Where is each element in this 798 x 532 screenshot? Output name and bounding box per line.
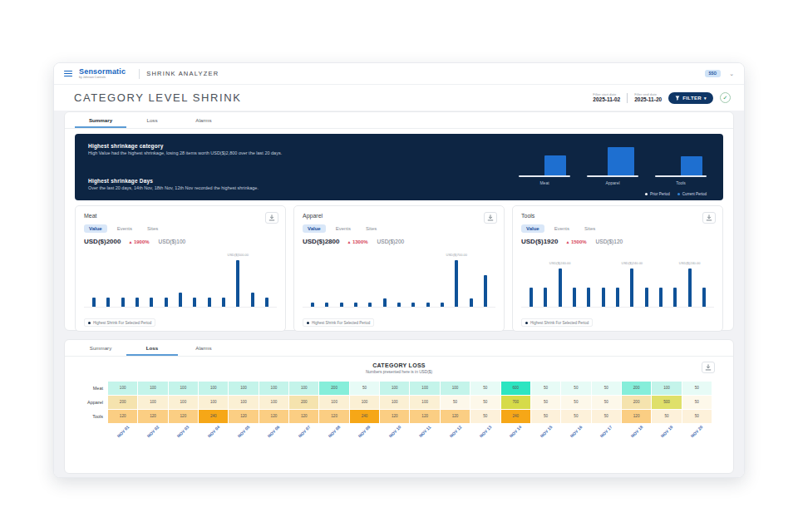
heatmap-cell[interactable]: 50 <box>470 410 500 423</box>
shrink-bar <box>165 298 168 307</box>
heatmap-cell[interactable]: 50 <box>561 410 590 423</box>
heatmap-cell[interactable]: 50 <box>441 396 470 409</box>
heatmap-cell[interactable]: 50 <box>682 396 712 409</box>
card-title: Tools <box>521 213 714 219</box>
heatmap-cell[interactable]: 240 <box>350 410 379 423</box>
heatmap-cell[interactable]: 100 <box>169 396 198 409</box>
heatmap-cell[interactable]: 50 <box>561 382 590 395</box>
legend-label: Highest Shrink For Selected Period <box>312 321 370 325</box>
heatmap-cell[interactable]: 120 <box>622 410 651 423</box>
heatmap-cell[interactable]: 100 <box>289 382 318 395</box>
heatmap-cell[interactable]: 50 <box>470 382 500 395</box>
heatmap-cell[interactable]: 50 <box>531 396 560 409</box>
check-circle-icon[interactable]: ✓ <box>720 92 731 103</box>
highlight-days-body: Over the last 20 days, 14th Nov, 18th No… <box>88 185 446 192</box>
heatmap-cell[interactable]: 100 <box>380 396 409 409</box>
pill-sites[interactable]: Sites <box>579 224 600 233</box>
heatmap-cell[interactable]: 600 <box>501 382 530 395</box>
heatmap-cell[interactable]: 120 <box>138 410 167 423</box>
highlight-category-body: High Value had the highest shrinkage, lo… <box>88 150 446 157</box>
heatmap-cell[interactable]: 120 <box>169 410 198 423</box>
heatmap-cell[interactable]: 100 <box>259 396 288 409</box>
heatmap-cell[interactable]: 50 <box>561 396 590 409</box>
prior-value: USD($)200 <box>377 239 405 244</box>
pill-value[interactable]: Value <box>521 224 544 233</box>
chevron-down-icon[interactable]: ⌄ <box>729 71 734 76</box>
heatmap-cell[interactable]: 50 <box>592 382 621 395</box>
heatmap-cell[interactable]: 200 <box>108 396 137 409</box>
heatmap-cell[interactable]: 200 <box>289 396 318 409</box>
heatmap-cell[interactable]: 50 <box>592 396 621 409</box>
menu-icon[interactable] <box>64 71 72 77</box>
highlight-days-title: Highest shrinkage Days <box>88 178 446 184</box>
pill-sites[interactable]: Sites <box>361 224 382 233</box>
heatmap-cell[interactable]: 200 <box>622 382 651 395</box>
heatmap-cell[interactable]: 100 <box>319 396 348 409</box>
pill-events[interactable]: Events <box>549 224 574 233</box>
heatmap-cell[interactable]: 100 <box>169 382 198 395</box>
heatmap-cell[interactable]: 200 <box>319 382 348 395</box>
pill-sites[interactable]: Sites <box>142 224 163 233</box>
heatmap-cell[interactable]: 100 <box>199 396 228 409</box>
tab-alarms[interactable]: Alarms <box>178 112 229 128</box>
heatmap-cell[interactable]: 50 <box>652 410 681 423</box>
tab-loss[interactable]: Loss <box>126 112 178 128</box>
heatmap-cell[interactable]: 100 <box>380 382 409 395</box>
heatmap-cell[interactable]: 50 <box>531 382 560 395</box>
heatmap-cell[interactable]: 100 <box>410 382 439 395</box>
user-badge[interactable]: SSO <box>705 70 722 77</box>
tab-summary[interactable]: Summary <box>75 340 126 356</box>
heatmap-cell[interactable]: 50 <box>592 410 621 423</box>
heatmap-cell[interactable]: 50 <box>470 396 500 409</box>
heatmap-cell[interactable]: 100 <box>199 382 228 395</box>
heatmap-cell[interactable]: 100 <box>350 396 379 409</box>
heatmap-cell[interactable]: 120 <box>441 410 470 423</box>
pill-events[interactable]: Events <box>112 224 137 233</box>
pill-value[interactable]: Value <box>84 224 107 233</box>
heatmap-cell[interactable]: 50 <box>350 382 379 395</box>
heatmap-cell[interactable]: 500 <box>652 396 681 409</box>
heatmap-cell[interactable]: 50 <box>531 410 560 423</box>
heatmap-cell[interactable]: 100 <box>108 382 137 395</box>
heatmap-cell[interactable]: 240 <box>199 410 228 423</box>
pill-value[interactable]: Value <box>303 224 326 233</box>
heatmap-cell[interactable]: 240 <box>501 410 530 423</box>
heatmap-cell[interactable]: 100 <box>229 382 258 395</box>
filter-button[interactable]: FILTER ▾ <box>668 92 713 104</box>
heatmap-cell[interactable]: 120 <box>319 410 348 423</box>
heatmap-cell[interactable]: 100 <box>441 382 470 395</box>
shrink-bar <box>325 303 328 307</box>
tab-loss[interactable]: Loss <box>126 340 178 356</box>
banner-category-label: Meat <box>519 180 570 185</box>
download-button[interactable] <box>265 212 278 224</box>
heatmap-cell[interactable]: 120 <box>259 410 288 423</box>
pill-events[interactable]: Events <box>331 224 356 233</box>
heatmap-cell[interactable]: 120 <box>410 410 439 423</box>
change-percent: ▲1500% <box>565 239 586 244</box>
heatmap-cell[interactable]: 100 <box>138 382 167 395</box>
heatmap-cell[interactable]: 700 <box>501 396 530 409</box>
download-button[interactable] <box>484 212 497 224</box>
heatmap-cell[interactable]: 100 <box>138 396 167 409</box>
card-title: Meat <box>84 213 277 219</box>
filter-end-value: 2025-11-20 <box>634 96 662 103</box>
tab-alarms[interactable]: Alarms <box>178 340 229 356</box>
heatmap-cell[interactable]: 200 <box>622 396 651 409</box>
heatmap-cell[interactable]: 50 <box>682 410 712 423</box>
heatmap-cell[interactable]: 100 <box>229 396 258 409</box>
heatmap-cell[interactable]: 100 <box>652 382 681 395</box>
heatmap-cell[interactable]: 120 <box>289 410 318 423</box>
heatmap-cell[interactable]: 120 <box>229 410 258 423</box>
heatmap-cell[interactable]: 120 <box>108 410 137 423</box>
tab-summary[interactable]: Summary <box>75 112 126 128</box>
download-button[interactable] <box>702 362 715 373</box>
date-label: NOV 02 <box>146 424 160 438</box>
shrink-bar <box>397 303 401 307</box>
chart-legend: Highest Shrink For Selected Period <box>84 318 155 327</box>
heatmap-cell[interactable]: 100 <box>410 396 439 409</box>
heatmap-cell[interactable]: 120 <box>380 410 409 423</box>
heatmap-cell[interactable]: 100 <box>259 382 288 395</box>
download-button[interactable] <box>702 212 716 224</box>
prior-value: USD($)120 <box>596 239 623 244</box>
heatmap-cell[interactable]: 50 <box>682 382 712 395</box>
